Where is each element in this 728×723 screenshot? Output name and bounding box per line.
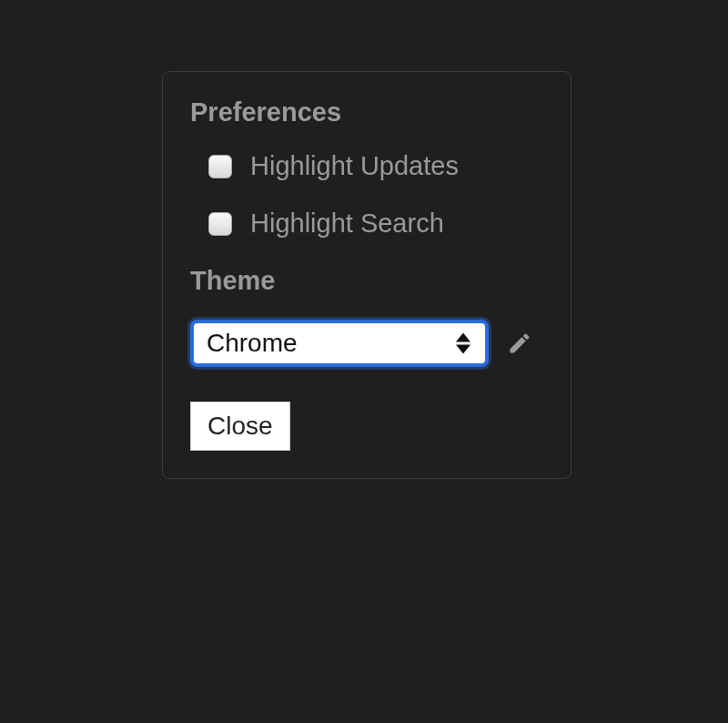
preferences-panel: Preferences Highlight Updates Highlight …	[162, 71, 571, 479]
highlight-search-checkbox[interactable]	[208, 212, 232, 236]
highlight-updates-row: Highlight Updates	[208, 151, 543, 181]
highlight-updates-checkbox[interactable]	[208, 155, 232, 178]
chevron-up-down-icon	[456, 333, 470, 354]
theme-select-wrap: Chrome	[190, 320, 489, 367]
highlight-search-row: Highlight Search	[208, 209, 543, 239]
theme-select-row: Chrome	[190, 320, 543, 367]
preferences-heading: Preferences	[190, 97, 543, 127]
edit-theme-button[interactable]	[505, 329, 534, 358]
theme-select-value: Chrome	[207, 329, 298, 358]
theme-select[interactable]: Chrome	[190, 320, 489, 367]
close-button[interactable]: Close	[190, 402, 290, 451]
theme-heading: Theme	[190, 266, 543, 296]
pencil-icon	[507, 331, 532, 356]
highlight-updates-label: Highlight Updates	[250, 151, 459, 181]
highlight-search-label: Highlight Search	[250, 209, 444, 239]
